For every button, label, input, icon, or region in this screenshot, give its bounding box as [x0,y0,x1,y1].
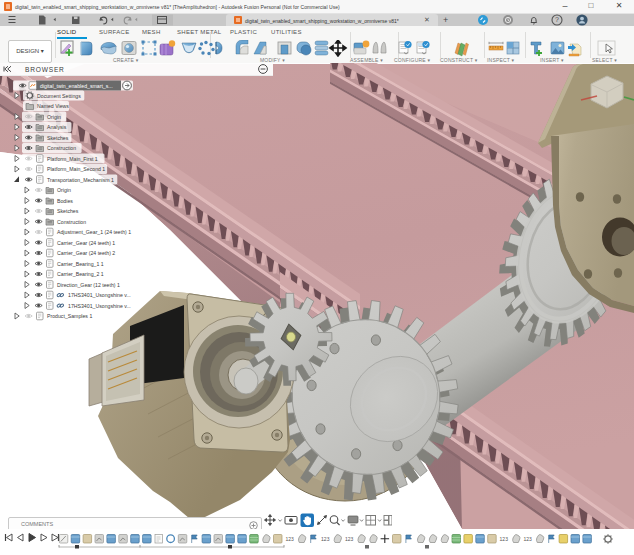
svg-text:Sketches: Sketches [57,208,79,214]
svg-text:Construction: Construction [47,145,76,151]
svg-text:Named Views: Named Views [37,103,69,109]
svg-text:Origin: Origin [57,187,71,193]
svg-text:Bodies: Bodies [57,198,73,204]
svg-text:Adjustment_Gear_1 (24 teeth) 1: Adjustment_Gear_1 (24 teeth) 1 [57,229,131,235]
svg-text:17HS3401_Usongshine v...: 17HS3401_Usongshine v... [68,303,131,309]
svg-text:Platform_Main_First 1: Platform_Main_First 1 [47,156,98,162]
svg-text:123: 123 [500,536,509,542]
svg-text:123: 123 [285,536,294,542]
svg-text:123: 123 [345,536,354,542]
svg-text:?: ? [555,16,559,23]
svg-text:Sketches: Sketches [47,135,69,141]
svg-text:Carrier_Gear (24 teeth) 1: Carrier_Gear (24 teeth) 1 [57,240,115,246]
svg-text:Origin: Origin [47,114,61,120]
svg-text:Carrier_Bearing_1 1: Carrier_Bearing_1 1 [57,261,104,267]
svg-text:123: 123 [321,536,330,542]
svg-text:Analysis: Analysis [47,124,67,130]
svg-text:Carrier_Bearing_2 1: Carrier_Bearing_2 1 [57,271,104,277]
svg-text:Transportation_Mechanism 1: Transportation_Mechanism 1 [47,177,114,183]
svg-text:Product_Samples 1: Product_Samples 1 [47,313,92,319]
svg-text:Direction_Gear (12 teeth) 1: Direction_Gear (12 teeth) 1 [57,282,120,288]
svg-text:Document Settings: Document Settings [37,93,81,99]
svg-text:Platform_Main_Second 1: Platform_Main_Second 1 [47,166,105,172]
svg-text:Carrier_Gear (24 teeth) 2: Carrier_Gear (24 teeth) 2 [57,250,115,256]
svg-text:17HS3401_Usongshine v...: 17HS3401_Usongshine v... [68,292,131,298]
svg-text:Construction: Construction [57,219,86,225]
svg-text:digital_twin_enabled_smart_s..: digital_twin_enabled_smart_s... [40,83,113,89]
svg-text:123: 123 [523,536,532,542]
